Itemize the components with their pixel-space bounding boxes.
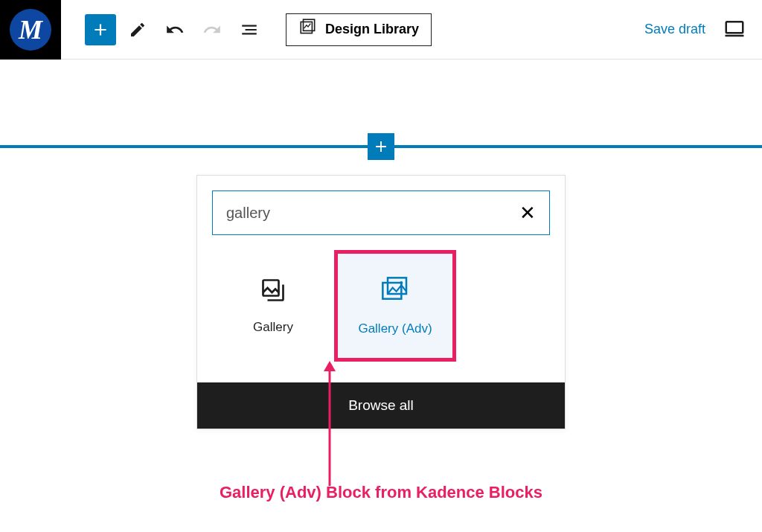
svg-marker-9: [324, 361, 336, 371]
annotation-arrow: [322, 361, 337, 489]
svg-point-7: [400, 281, 403, 284]
redo-icon: [196, 14, 228, 45]
editor-canvas: [0, 60, 762, 148]
save-draft-button[interactable]: Save draft: [644, 22, 705, 37]
document-outline-icon[interactable]: [234, 14, 265, 45]
undo-icon[interactable]: [159, 14, 190, 45]
preview-icon[interactable]: [723, 17, 746, 42]
site-logo[interactable]: M: [0, 0, 61, 60]
block-option-gallery-adv[interactable]: Gallery (Adv): [334, 250, 456, 362]
svg-rect-4: [263, 281, 279, 296]
search-box: ✕: [212, 190, 550, 235]
block-label: Gallery: [253, 320, 293, 335]
gallery-adv-icon: [380, 275, 410, 308]
svg-rect-2: [726, 22, 743, 33]
gallery-icon: [260, 277, 286, 307]
block-search-input[interactable]: [226, 205, 519, 222]
design-library-icon: [298, 18, 318, 41]
edit-icon[interactable]: [122, 14, 153, 45]
block-insertion-line: [0, 145, 762, 148]
design-library-label: Design Library: [325, 22, 419, 37]
block-option-gallery[interactable]: Gallery: [212, 250, 334, 362]
clear-search-icon[interactable]: ✕: [519, 202, 536, 225]
add-block-button[interactable]: [85, 14, 116, 45]
block-label: Gallery (Adv): [358, 321, 432, 336]
annotation-text: Gallery (Adv) Block from Kadence Blocks: [0, 483, 762, 502]
design-library-button[interactable]: Design Library: [286, 13, 432, 46]
top-toolbar: M Design Library Save draft: [0, 0, 762, 60]
logo-letter: M: [19, 14, 42, 45]
svg-rect-5: [382, 283, 401, 299]
browse-all-button[interactable]: Browse all: [197, 382, 565, 429]
inline-add-block-button[interactable]: [368, 133, 394, 160]
block-inserter-panel: ✕ Gallery Gallery (Adv) Browse all: [196, 175, 566, 429]
